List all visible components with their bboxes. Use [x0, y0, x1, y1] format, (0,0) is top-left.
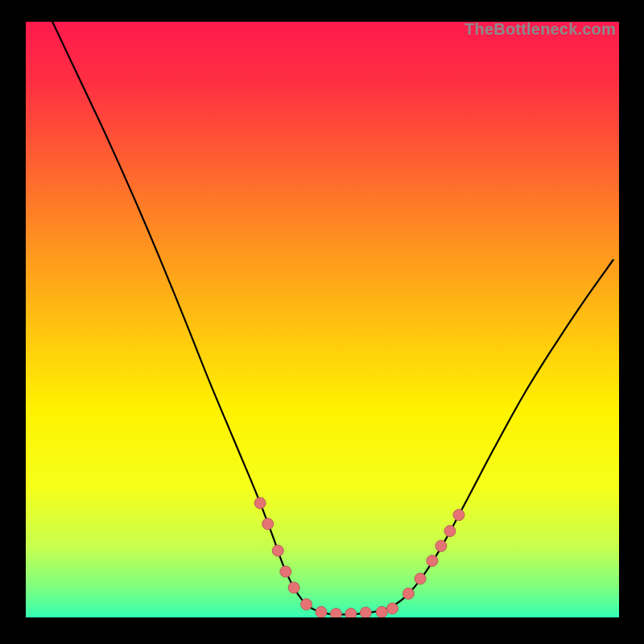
plot-area — [26, 22, 619, 617]
bottleneck-curve — [52, 22, 613, 614]
data-marker — [280, 566, 291, 577]
watermark-text: TheBottleneck.com — [464, 20, 616, 39]
data-marker — [288, 582, 299, 593]
data-marker — [376, 606, 387, 617]
data-marker — [272, 545, 283, 556]
chart-svg — [26, 22, 619, 617]
data-marker — [415, 573, 426, 584]
data-marker — [453, 510, 464, 521]
data-marker — [301, 599, 312, 610]
data-marker — [444, 526, 456, 537]
data-marker — [254, 497, 266, 509]
data-marker — [330, 609, 341, 617]
data-marker — [402, 588, 414, 599]
data-marker — [360, 607, 371, 617]
data-marker — [262, 518, 274, 530]
data-marker — [427, 555, 438, 567]
data-marker — [316, 606, 327, 617]
data-marker — [386, 603, 398, 614]
chart-frame: TheBottleneck.com — [0, 0, 644, 644]
data-marker — [345, 609, 357, 617]
data-marker — [436, 540, 447, 551]
